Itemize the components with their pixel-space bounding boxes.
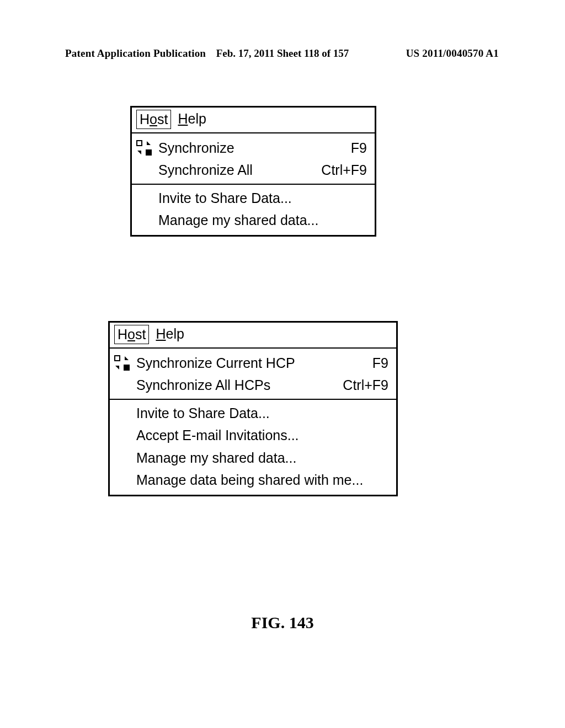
menu-label: Synchronize All HCPs	[136, 376, 333, 394]
menu-item-manage-my-shared-data[interactable]: Manage my shared data...	[110, 447, 396, 469]
host-accel: o	[150, 111, 157, 127]
menu-list-1: Synchronize F9 Synchronize All Ctrl+F9 I…	[132, 133, 375, 235]
menu-item-synchronize[interactable]: Synchronize F9	[132, 137, 375, 159]
header-left: Patent Application Publication	[65, 47, 206, 60]
menubar-item-help[interactable]: Help	[174, 110, 209, 129]
menu-shortcut: Ctrl+F9	[333, 376, 388, 394]
menu-label: Invite to Share Data...	[158, 189, 367, 207]
header-mid: Feb. 17, 2011 Sheet 118 of 157	[216, 47, 349, 60]
menu-shortcut: F9	[363, 354, 388, 372]
help-accel: H	[156, 326, 166, 341]
patent-page-header: Patent Application Publication Feb. 17, …	[0, 47, 565, 60]
menu-separator	[132, 184, 375, 185]
host-prefix: H	[118, 326, 127, 342]
menu-shortcut: F9	[341, 139, 367, 157]
menu-label: Accept E-mail Invitations...	[136, 426, 388, 445]
host-menu-dropdown-1: Host Help Synchronize F9 Synchronize All…	[130, 106, 376, 237]
menu-separator	[110, 399, 396, 400]
help-suffix: elp	[166, 326, 184, 341]
menu-label: Synchronize All	[158, 161, 311, 179]
figure-caption: FIG. 143	[0, 613, 565, 632]
sync-icon	[114, 355, 130, 371]
menubar-1: Host Help	[132, 108, 375, 133]
menu-item-accept-email-invitations[interactable]: Accept E-mail Invitations...	[110, 424, 396, 447]
menu-label: Manage data being shared with me...	[136, 471, 388, 489]
menu-label: Synchronize Current HCP	[136, 354, 363, 372]
menubar-2: Host Help	[110, 323, 396, 349]
menu-label: Synchronize	[158, 139, 341, 157]
menu-item-manage-shared[interactable]: Manage my shared data...	[132, 209, 375, 232]
menubar-item-host[interactable]: Host	[136, 110, 171, 129]
header-right: US 2011/0040570 A1	[406, 47, 499, 60]
menu-list-2: Synchronize Current HCP F9 Synchronize A…	[110, 349, 396, 495]
menu-icon-cell	[136, 140, 158, 156]
menu-item-invite-share[interactable]: Invite to Share Data...	[110, 402, 396, 425]
menu-item-synchronize-all[interactable]: Synchronize All Ctrl+F9	[132, 159, 375, 181]
menubar-item-help[interactable]: Help	[152, 325, 187, 344]
sync-icon	[136, 140, 152, 156]
host-prefix: H	[140, 111, 150, 127]
host-suffix: st	[157, 111, 168, 127]
menu-label: Manage my shared data...	[136, 449, 388, 467]
menu-shortcut: Ctrl+F9	[311, 161, 367, 179]
host-suffix: st	[135, 326, 146, 342]
host-accel: o	[127, 326, 135, 342]
menu-item-synchronize-current-hcp[interactable]: Synchronize Current HCP F9	[110, 352, 396, 374]
menu-item-manage-data-shared-with-me[interactable]: Manage data being shared with me...	[110, 469, 396, 491]
host-menu-dropdown-2: Host Help Synchronize Current HCP F9 Syn…	[108, 321, 398, 496]
help-accel: H	[178, 111, 188, 126]
help-suffix: elp	[188, 111, 206, 126]
menu-label: Manage my shared data...	[158, 211, 367, 229]
menu-item-synchronize-all-hcps[interactable]: Synchronize All HCPs Ctrl+F9	[110, 374, 396, 397]
menu-item-invite-share[interactable]: Invite to Share Data...	[132, 187, 375, 210]
menubar-item-host[interactable]: Host	[114, 325, 149, 344]
menu-label: Invite to Share Data...	[136, 404, 388, 422]
menu-icon-cell	[114, 355, 136, 371]
